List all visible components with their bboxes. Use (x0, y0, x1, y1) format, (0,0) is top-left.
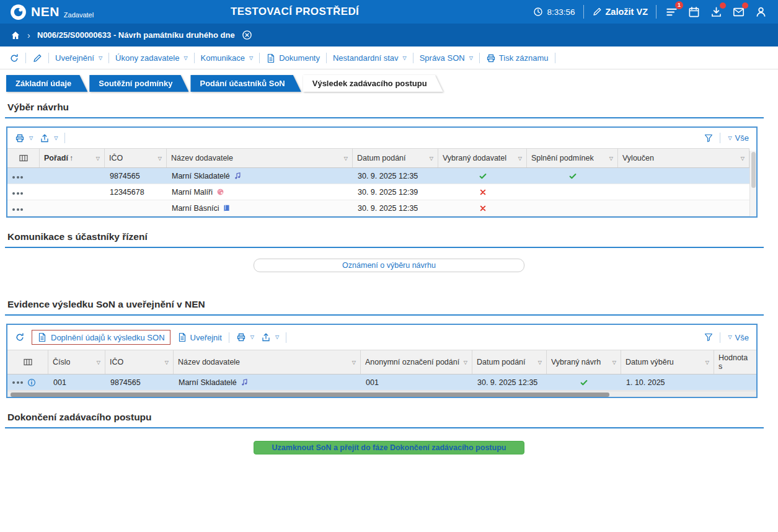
breadcrumb-item[interactable]: N006/25/S00000633 - Návrh památníku druh… (37, 30, 235, 40)
cell-datum: 30. 9. 2025 12:35 (472, 375, 547, 391)
check-icon (479, 172, 487, 180)
cell-vyloucen (618, 168, 749, 184)
col-vybrany-navrh[interactable]: Vybraný návrh▽ (547, 350, 621, 375)
uverejnit-button[interactable]: Uveřejnit (177, 332, 222, 342)
filter-chevron-icon[interactable]: ▽ (518, 156, 522, 161)
divider (720, 133, 720, 143)
row-menu-icon[interactable] (12, 192, 23, 195)
col-anonymni-oznaceni[interactable]: Anonymní označení podání▽ (361, 350, 472, 375)
col-vyloucen[interactable]: Vyloučen▽ (618, 149, 749, 168)
menu-dokumenty[interactable]: Dokumenty (266, 53, 320, 63)
grid-view-all-button[interactable]: ▽Vše (727, 133, 749, 143)
filter-chevron-icon[interactable]: ▽ (741, 156, 745, 161)
filter-chevron-icon[interactable]: ▽ (344, 156, 348, 161)
table-row[interactable]: 001 9874565 Marní Skladatelé 001 30. 9. … (7, 375, 756, 391)
uzamknout-son-button[interactable]: Uzamknout SoN a přejít do fáze Dokončení… (254, 441, 524, 454)
column-chooser-header[interactable] (7, 350, 48, 375)
col-hodnota[interactable]: Hodnota s (714, 350, 756, 375)
downloads-button[interactable] (709, 5, 723, 19)
menu-sprava-son[interactable]: Správa SON▽ (420, 53, 473, 63)
home-icon[interactable] (11, 30, 20, 40)
pencil-icon (592, 7, 602, 17)
column-chooser-header[interactable] (7, 149, 40, 168)
col-nazev-dodavatele[interactable]: Název dodavatele▽ (174, 350, 361, 375)
cell-ico (105, 200, 167, 216)
tab-podani-ucastniku[interactable]: Podání účastníků SoN (190, 75, 301, 92)
chevron-down-icon: ▽ (249, 56, 253, 61)
tab-vysledek-postupu[interactable]: Výsledek zadávacího postupu (303, 75, 443, 92)
scrollbar-thumb[interactable] (11, 392, 609, 397)
filter-chevron-icon[interactable]: ▽ (612, 360, 616, 365)
print-record-button[interactable]: Tisk záznamu (486, 53, 549, 63)
vyber-grid: ▽ ▽ ▽Vše Pořadí↑▽ IČO▽ Název dodavatele▽… (6, 126, 758, 218)
calendar-icon (688, 6, 700, 18)
filter-chevron-icon[interactable]: ▽ (430, 156, 433, 161)
filter-chevron-icon[interactable]: ▽ (97, 360, 100, 365)
filter-chevron-icon[interactable]: ▽ (464, 360, 467, 365)
messages-button[interactable] (732, 5, 746, 19)
table-row[interactable]: 12345678 Marní Malíři 30. 9. 2025 12:39 (7, 184, 749, 200)
close-record-button[interactable] (242, 30, 252, 40)
grid-print-button[interactable]: ▽ (15, 133, 33, 143)
col-datum-podani[interactable]: Datum podání▽ (472, 350, 547, 375)
menu-nestandardni-stav[interactable]: Nestandardní stav▽ (333, 53, 407, 63)
col-ico[interactable]: IČO▽ (105, 149, 167, 168)
downloads-badge (720, 2, 726, 9)
row-menu-icon[interactable] (12, 208, 23, 211)
grid-filter-button[interactable] (704, 332, 714, 342)
col-vybrany-dodavatel[interactable]: Vybraný dodavatel▽ (438, 149, 527, 168)
tab-soutezni-podminky[interactable]: Soutěžní podmínky (89, 75, 188, 92)
filter-chevron-icon[interactable]: ▽ (96, 156, 100, 161)
menu-komunikace[interactable]: Komunikace▽ (201, 53, 254, 63)
filter-chevron-icon[interactable]: ▽ (352, 360, 356, 365)
filter-chevron-icon[interactable]: ▽ (158, 156, 162, 161)
col-splneni-podminek[interactable]: Splnění podmínek▽ (527, 149, 618, 168)
time-text: 8:33:56 (547, 7, 575, 17)
col-datum-podani[interactable]: Datum podání▽ (353, 149, 438, 168)
cell-vybrany (438, 184, 527, 200)
tab-zakladni-udaje[interactable]: Základní údaje (6, 75, 87, 92)
grid-export-button[interactable]: ▽ (261, 332, 279, 342)
doplneni-udaju-button[interactable]: Doplnění údajů k výsledku SON (32, 330, 170, 345)
vertical-scrollbar[interactable] (749, 151, 756, 216)
check-icon (568, 172, 577, 180)
edit-button[interactable] (32, 53, 42, 63)
menu-uverejneni[interactable]: Uveřejnění▽ (55, 53, 102, 63)
row-menu-icon[interactable] (12, 176, 23, 179)
music-note-icon (234, 172, 242, 180)
col-ico[interactable]: IČO▽ (105, 350, 174, 375)
evidence-table: Číslo▽ IČO▽ Název dodavatele▽ Anonymní o… (7, 350, 756, 391)
horizontal-scrollbar[interactable] (7, 391, 756, 397)
cell-nazev: Marní Skladatelé (167, 168, 353, 184)
filter-chevron-icon[interactable]: ▽ (538, 360, 542, 365)
table-row[interactable]: Marní Básníci 30. 9. 2025 12:35 (7, 200, 749, 216)
refresh-button[interactable] (15, 332, 25, 342)
filter-chevron-icon[interactable]: ▽ (165, 360, 169, 365)
menu-ukony-zadavatele[interactable]: Úkony zadavatele▽ (115, 53, 188, 63)
col-nazev-dodavatele[interactable]: Název dodavatele▽ (167, 149, 353, 168)
create-vz-button[interactable]: Založit VZ (592, 7, 648, 17)
brand[interactable]: NEN Zadavatel (10, 3, 94, 20)
section-vyber-navrhu: Výběr návrhu (5, 92, 764, 118)
info-icon[interactable] (27, 378, 36, 387)
filter-chevron-icon[interactable]: ▽ (609, 156, 613, 161)
cell-datum: 30. 9. 2025 12:35 (353, 168, 438, 184)
tasks-menu-button[interactable]: 1 (665, 5, 679, 19)
grid-print-button[interactable]: ▽ (236, 332, 254, 342)
col-datum-vyberu[interactable]: Datum výběru▽ (621, 350, 714, 375)
row-menu-icon[interactable] (12, 381, 23, 384)
divider (64, 133, 65, 143)
filter-chevron-icon[interactable]: ▽ (705, 360, 709, 365)
col-poradi[interactable]: Pořadí↑▽ (40, 149, 105, 168)
refresh-button[interactable] (9, 53, 19, 63)
oznameni-o-vyberu-button[interactable]: Oznámení o výběru návrhu (254, 259, 524, 272)
col-cislo[interactable]: Číslo▽ (48, 350, 105, 375)
table-row[interactable]: 9874565 Marní Skladatelé 30. 9. 2025 12:… (7, 168, 749, 184)
section-title: Výběr návrhu (7, 102, 761, 113)
scrollbar-thumb[interactable] (751, 152, 756, 188)
profile-button[interactable] (754, 5, 768, 19)
grid-view-all-button[interactable]: ▽Vše (727, 333, 749, 342)
grid-filter-button[interactable] (704, 133, 714, 143)
grid-export-button[interactable]: ▽ (40, 133, 58, 143)
calendar-button[interactable] (687, 5, 701, 19)
